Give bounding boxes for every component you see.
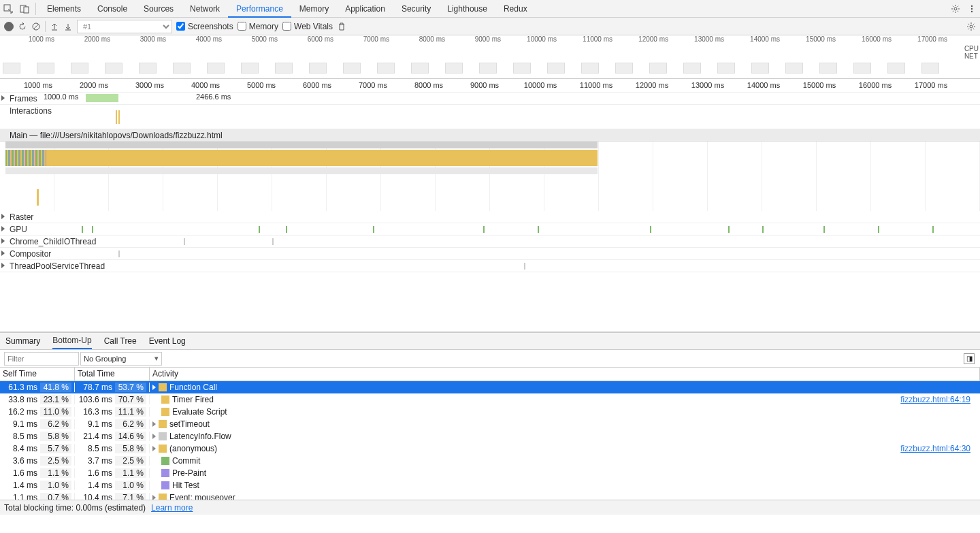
expand-icon[interactable] (1, 95, 5, 101)
filmstrip-thumb[interactable] (785, 63, 803, 74)
filmstrip-thumb[interactable] (921, 63, 939, 74)
filmstrip-thumb[interactable] (683, 63, 701, 74)
table-row[interactable]: 1.6 ms1.1 %1.6 ms1.1 %Pre-Paint (0, 467, 980, 479)
col-total-time[interactable]: Total Time (75, 368, 150, 381)
filmstrip-thumb[interactable] (649, 63, 667, 74)
col-activity[interactable]: Activity (150, 368, 980, 381)
raster-track[interactable]: Raster (0, 211, 980, 223)
interactions-track[interactable]: Interactions (0, 105, 980, 129)
filmstrip-thumb[interactable] (139, 63, 157, 74)
expand-icon[interactable] (1, 226, 5, 231)
expand-arrow-icon[interactable] (152, 495, 156, 500)
filmstrip-thumb[interactable] (547, 63, 565, 74)
filmstrip-thumb[interactable] (105, 63, 122, 74)
filmstrip-thumb[interactable] (819, 63, 837, 74)
frames-track[interactable]: Frames 1000.0 ms 2466.6 ms (0, 93, 980, 105)
download-button[interactable] (63, 22, 73, 31)
expand-icon[interactable] (1, 251, 5, 256)
table-body[interactable]: 61.3 ms41.8 %78.7 ms53.7 %Function Call3… (0, 381, 980, 500)
table-row[interactable]: 33.8 ms23.1 %103.6 ms70.7 %Timer Firedfi… (0, 393, 980, 406)
source-link[interactable]: fizzbuzz.html:64:19 (900, 395, 970, 404)
filter-input[interactable] (4, 352, 79, 366)
tab-summary[interactable]: Summary (5, 334, 40, 349)
tab-security[interactable]: Security (393, 0, 439, 18)
tab-sources[interactable]: Sources (135, 0, 182, 18)
filmstrip-thumb[interactable] (309, 63, 327, 74)
grouping-select[interactable]: No Grouping (80, 352, 162, 366)
tab-redux[interactable]: Redux (495, 0, 536, 18)
memory-checkbox[interactable]: Memory (238, 22, 278, 31)
main-flame-chart[interactable] (0, 142, 980, 211)
childio-track[interactable]: Chrome_ChildIOThread (0, 236, 980, 248)
filmstrip-thumb[interactable] (479, 63, 497, 74)
filmstrip-thumb[interactable] (445, 63, 463, 74)
settings-icon[interactable] (947, 1, 964, 17)
expand-arrow-icon[interactable] (152, 421, 156, 427)
tab-bottom-up[interactable]: Bottom-Up (52, 333, 91, 349)
filmstrip-thumb[interactable] (71, 63, 88, 74)
filmstrip-thumb[interactable] (513, 63, 531, 74)
filmstrip-thumb[interactable] (207, 63, 225, 74)
tab-console[interactable]: Console (89, 0, 135, 18)
clear-button[interactable] (31, 22, 41, 31)
device-toggle-icon[interactable] (16, 1, 33, 17)
threadpool-track[interactable]: ThreadPoolServiceThread (0, 260, 980, 272)
record-button[interactable] (4, 22, 14, 31)
gpu-track[interactable]: GPU (0, 223, 980, 236)
upload-button[interactable] (50, 22, 59, 31)
learn-more-link[interactable]: Learn more (151, 503, 193, 513)
main-track-header[interactable]: Main — file:///Users/nikitahlopovs/Downl… (0, 129, 980, 142)
expand-arrow-icon[interactable] (152, 385, 156, 390)
capture-settings-icon[interactable] (966, 22, 976, 31)
expand-icon[interactable] (1, 238, 5, 244)
timeline-ruler[interactable]: 1000 ms2000 ms3000 ms4000 ms5000 ms6000 … (0, 79, 980, 93)
source-link[interactable]: fizzbuzz.html:64:30 (900, 444, 970, 453)
filmstrip-thumb[interactable] (853, 63, 871, 74)
filmstrip-thumb[interactable] (751, 63, 769, 74)
table-row[interactable]: 3.6 ms2.5 %3.7 ms2.5 %Commit (0, 455, 980, 467)
expand-icon[interactable] (1, 214, 5, 219)
filmstrip-thumb[interactable] (3, 63, 20, 74)
filmstrip-thumb[interactable] (173, 63, 191, 74)
expand-icon[interactable] (1, 263, 5, 268)
table-row[interactable]: 8.5 ms5.8 %21.4 ms14.6 %LatencyInfo.Flow (0, 430, 980, 442)
trash-button[interactable] (337, 22, 346, 31)
tab-call-tree[interactable]: Call Tree (104, 334, 137, 349)
profile-select[interactable]: #1 (77, 20, 172, 33)
tab-event-log[interactable]: Event Log (149, 334, 186, 349)
overview-panel[interactable]: 1000 ms2000 ms3000 ms4000 ms5000 ms6000 … (0, 35, 980, 79)
filmstrip-thumb[interactable] (275, 63, 293, 74)
table-row[interactable]: 1.1 ms0.7 %10.4 ms7.1 %Event: mouseover (0, 491, 980, 500)
expand-arrow-icon[interactable] (152, 434, 156, 439)
filmstrip-thumb[interactable] (717, 63, 735, 74)
tab-elements[interactable]: Elements (39, 0, 89, 18)
tab-network[interactable]: Network (182, 0, 228, 18)
col-self-time[interactable]: Self Time (0, 368, 75, 381)
flame-chart[interactable]: Frames 1000.0 ms 2466.6 ms Interactions … (0, 93, 980, 272)
filmstrip-thumb[interactable] (615, 63, 633, 74)
expand-arrow-icon[interactable] (152, 446, 156, 451)
table-row[interactable]: 1.4 ms1.0 %1.4 ms1.0 %Hit Test (0, 479, 980, 491)
filmstrip-thumb[interactable] (241, 63, 259, 74)
more-icon[interactable] (964, 1, 980, 17)
expand-panel-icon[interactable]: ◨ (964, 353, 975, 364)
inspect-icon[interactable] (0, 1, 16, 17)
tab-application[interactable]: Application (337, 0, 393, 18)
filmstrip-thumb[interactable] (581, 63, 599, 74)
table-row[interactable]: 8.4 ms5.7 %8.5 ms5.8 %(anonymous)fizzbuz… (0, 442, 980, 455)
screenshots-checkbox[interactable]: Screenshots (176, 22, 233, 31)
table-row[interactable]: 9.1 ms6.2 %9.1 ms6.2 %setTimeout (0, 418, 980, 430)
tab-lighthouse[interactable]: Lighthouse (439, 0, 495, 18)
filmstrip-thumb[interactable] (411, 63, 429, 74)
tab-performance[interactable]: Performance (228, 0, 291, 18)
filmstrip-thumb[interactable] (377, 63, 395, 74)
tab-memory[interactable]: Memory (291, 0, 337, 18)
reload-button[interactable] (18, 22, 27, 31)
webvitals-checkbox[interactable]: Web Vitals (282, 22, 333, 31)
filmstrip-thumb[interactable] (887, 63, 905, 74)
table-row[interactable]: 61.3 ms41.8 %78.7 ms53.7 %Function Call (0, 381, 980, 393)
compositor-track[interactable]: Compositor (0, 248, 980, 260)
filmstrip-thumb[interactable] (343, 63, 361, 74)
table-row[interactable]: 16.2 ms11.0 %16.3 ms11.1 %Evaluate Scrip… (0, 406, 980, 418)
filmstrip-thumb[interactable] (37, 63, 54, 74)
